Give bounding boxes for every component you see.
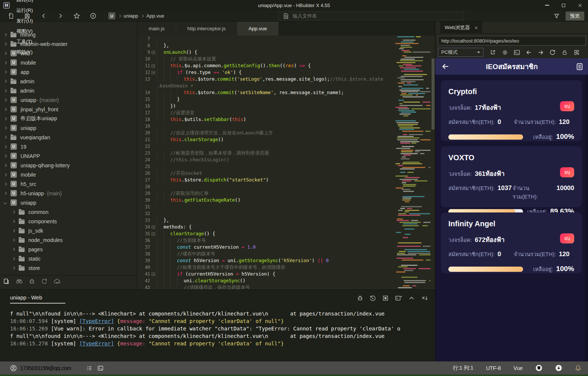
tree-item-帝启版本uniapp[interactable]: U帝启版本uniapp [0, 114, 137, 123]
status-badge[interactable]: จบ [560, 101, 574, 111]
chevron-right-icon[interactable] [4, 126, 7, 129]
sync-icon[interactable] [38, 278, 51, 284]
console-terminal-icon[interactable] [395, 295, 402, 301]
browser-back-icon[interactable] [523, 48, 534, 57]
menu-工具(T)[interactable]: 工具(T) [13, 37, 37, 47]
chevron-right-icon[interactable] [12, 266, 15, 269]
fold-marker-icon[interactable] [152, 64, 155, 68]
minimize-button-icon[interactable] [539, 0, 555, 10]
tree-item-node_modules[interactable]: node_modules [0, 235, 137, 245]
status-badge[interactable]: จบ [560, 233, 574, 243]
tree-item-UNIAPP[interactable]: UUNIAPP [0, 151, 137, 161]
tree-item-vueqiangdan[interactable]: vueqiangdan [0, 133, 137, 142]
tree-item-components[interactable]: components [0, 217, 137, 226]
chevron-right-icon[interactable] [4, 33, 7, 36]
tree-item-pages[interactable]: pages [0, 245, 137, 254]
tree-item-uniapp-qihang-lottery[interactable]: Uuniapp-qihang-lottery [0, 161, 137, 170]
menu-跳转(G)[interactable]: 跳转(G) [13, 0, 37, 5]
chevron-right-icon[interactable] [4, 192, 7, 195]
chevron-right-icon[interactable] [12, 248, 15, 251]
browser-forward-icon[interactable] [535, 48, 546, 57]
terminal-status-icon[interactable] [97, 365, 103, 371]
status-badge[interactable]: จบ [560, 167, 574, 177]
browser-tab-close-icon[interactable] [475, 26, 478, 29]
tree-item-common[interactable]: common [0, 207, 137, 217]
task-list-icon[interactable] [86, 365, 92, 371]
editor-tab-main.js[interactable]: main.js [137, 22, 176, 35]
fold-marker-icon[interactable] [152, 273, 155, 276]
search-binoculars-icon[interactable] [13, 278, 25, 284]
url-input[interactable]: http://localhost:8080/#/pages/ieo/ieo [438, 36, 586, 46]
app-back-arrow-icon[interactable] [441, 62, 449, 71]
chevron-right-icon[interactable] [4, 42, 7, 45]
console-restart-icon[interactable] [370, 295, 376, 301]
console-collapse-icon[interactable] [408, 295, 415, 301]
debug-bug-icon[interactable] [25, 278, 38, 285]
chevron-right-icon[interactable] [4, 173, 7, 176]
chevron-right-icon[interactable] [4, 70, 7, 73]
close-button-icon[interactable] [572, 0, 588, 10]
nav-forward-icon[interactable] [55, 11, 66, 21]
editor-tab-http.interceptor.js[interactable]: http.interceptor.js [176, 22, 237, 35]
menu-发行(U)[interactable]: 发行(U) [13, 16, 37, 26]
menu-运行(R)[interactable]: 运行(R) [13, 5, 37, 16]
tree-item-h5-uniapp[interactable]: Uh5-uniapp - {main} [0, 189, 137, 198]
tree-item-admin[interactable]: admin [0, 77, 137, 86]
browser-console-icon[interactable] [511, 48, 522, 57]
device-mode-select[interactable]: PC模式 [438, 48, 483, 57]
preview-button[interactable]: 预览 [566, 12, 584, 21]
cursor-position[interactable]: 行:1 列:1 [453, 365, 473, 372]
maximize-button-icon[interactable] [555, 0, 572, 10]
uniapp-circle-icon[interactable] [535, 364, 542, 372]
breadcrumb-project[interactable]: uniapp [124, 13, 138, 19]
tree-item-store[interactable]: store [0, 263, 137, 273]
file-search-input[interactable]: 输入文件名 [278, 12, 464, 21]
nav-back-icon[interactable] [38, 11, 49, 21]
fold-marker-icon[interactable] [152, 51, 155, 54]
console-bug-icon[interactable] [357, 295, 363, 301]
tree-item-h5_src[interactable]: Uh5_src [0, 179, 137, 189]
console-tab[interactable]: uniapp - Web [10, 295, 65, 304]
chevron-right-icon[interactable] [12, 257, 15, 260]
favorite-star-icon[interactable] [71, 11, 82, 21]
filter-funnel-icon[interactable] [554, 13, 560, 19]
qr-code-icon[interactable] [571, 48, 582, 57]
minimap[interactable] [395, 35, 430, 289]
cloud-icon[interactable] [51, 278, 63, 284]
tree-item-mobile[interactable]: Umobile [0, 58, 137, 67]
tree-item-uniapp[interactable]: Uuniapp [0, 123, 137, 133]
chevron-right-icon[interactable] [4, 164, 7, 167]
tree-item-app[interactable]: Uapp [0, 67, 137, 77]
file-type[interactable]: Vue [514, 365, 523, 371]
tree-item-mobile[interactable]: Umobile [0, 170, 137, 179]
tree-item-jinpai_yhyl_front[interactable]: Ujinpai_yhyl_front [0, 105, 137, 114]
chevron-right-icon[interactable] [4, 154, 7, 157]
scrollbar-thumb[interactable] [432, 59, 435, 130]
order-list-clipboard-icon[interactable] [576, 63, 584, 71]
fold-marker-icon[interactable] [152, 71, 155, 74]
chevron-right-icon[interactable] [4, 136, 7, 139]
menu-帮助(Y)[interactable]: 帮助(Y) [13, 47, 37, 58]
breadcrumb-file[interactable]: App.vue [146, 13, 164, 19]
files-view-icon[interactable] [0, 278, 13, 285]
chevron-down-icon[interactable] [4, 201, 7, 204]
tree-item-admin[interactable]: admin [0, 86, 137, 95]
editor-tab-App.vue[interactable]: App.vue [237, 22, 279, 35]
notification-bell-icon[interactable] [575, 365, 581, 371]
browser-settings-gear-icon[interactable] [499, 48, 510, 57]
chevron-right-icon[interactable] [4, 182, 7, 185]
console-clear-icon[interactable] [421, 295, 428, 301]
chevron-right-icon[interactable] [12, 229, 15, 232]
lock-icon[interactable] [559, 48, 570, 57]
chevron-right-icon[interactable] [4, 117, 7, 120]
tree-item-uniapp[interactable]: Uuniapp - {master} [0, 95, 137, 105]
console-stop-icon[interactable] [382, 295, 389, 301]
chevron-right-icon[interactable] [12, 220, 15, 223]
account-person-icon[interactable] [10, 365, 17, 372]
chevron-right-icon[interactable] [4, 80, 7, 83]
chevron-right-icon[interactable] [4, 145, 7, 148]
chevron-right-icon[interactable] [4, 61, 7, 64]
fold-marker-icon[interactable] [152, 226, 155, 229]
page-scrollbar[interactable] [585, 75, 588, 361]
menu-视图(V)[interactable]: 视图(V) [13, 26, 37, 37]
